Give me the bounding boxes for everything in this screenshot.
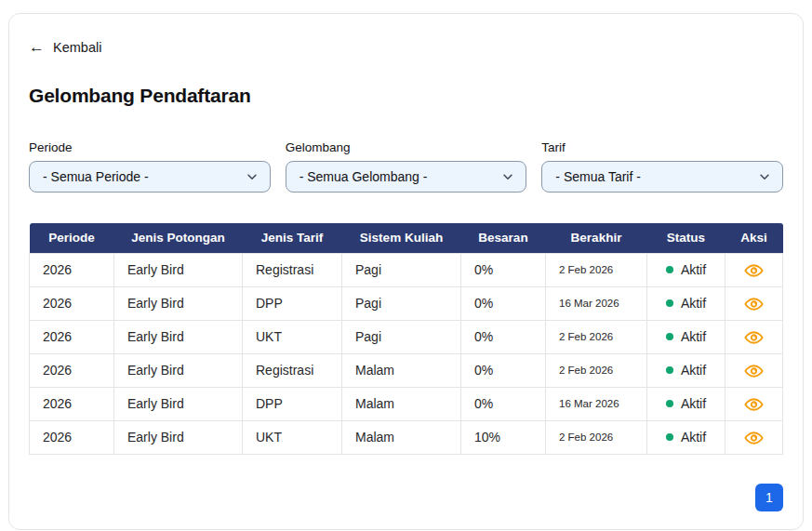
page-1-button[interactable]: 1 — [755, 484, 783, 511]
filter-gelombang: Gelombang - Semua Gelombang - — [286, 140, 527, 192]
cell-jenis-tarif: Registrasi — [243, 253, 342, 286]
periode-select-value: - Semua Periode - — [43, 169, 149, 184]
cell-jenis-tarif: UKT — [243, 320, 342, 353]
cell-sistem-kuliah: Pagi — [342, 320, 461, 353]
cell-besaran: 0% — [461, 353, 546, 387]
view-button[interactable] — [744, 431, 764, 445]
table-row: 2026 Early Bird Registrasi Malam 0% 2 Fe… — [30, 353, 783, 387]
filter-tarif: Tarif - Semua Tarif - — [541, 140, 783, 192]
table-header: Periode Jenis Potongan Jenis Tarif Siste… — [30, 223, 783, 253]
filter-periode-label: Periode — [29, 140, 271, 154]
gelombang-table: Periode Jenis Potongan Jenis Tarif Siste… — [29, 223, 783, 455]
content-card: ← Kembali Gelombang Pendaftaran Periode … — [8, 13, 804, 530]
status-dot-icon — [666, 366, 673, 374]
cell-berakhir: 2 Feb 2026 — [546, 420, 647, 454]
cell-status: Aktif — [647, 320, 725, 353]
header-jenis-tarif: Jenis Tarif — [243, 223, 342, 253]
eye-icon — [744, 431, 764, 445]
cell-aksi — [725, 353, 783, 387]
table-body: 2026 Early Bird Registrasi Pagi 0% 2 Feb… — [30, 253, 783, 454]
chevron-down-icon — [501, 170, 514, 183]
cell-periode: 2026 — [30, 320, 114, 353]
cell-berakhir: 16 Mar 2026 — [546, 286, 647, 320]
cell-aksi — [725, 320, 783, 353]
filter-periode: Periode - Semua Periode - — [29, 140, 271, 192]
cell-status: Aktif — [647, 353, 725, 387]
cell-jenis-potongan: Early Bird — [114, 353, 243, 387]
status-dot-icon — [666, 433, 673, 441]
cell-aksi — [725, 253, 783, 286]
gelombang-table-wrap: Periode Jenis Potongan Jenis Tarif Siste… — [29, 223, 783, 455]
cell-periode: 2026 — [30, 353, 114, 387]
cell-sistem-kuliah: Malam — [342, 353, 461, 387]
cell-jenis-tarif: UKT — [243, 420, 342, 454]
periode-select[interactable]: - Semua Periode - — [29, 161, 271, 192]
view-button[interactable] — [744, 297, 764, 312]
chevron-down-icon — [758, 170, 771, 183]
cell-jenis-potongan: Early Bird — [114, 420, 243, 454]
cell-aksi — [725, 420, 783, 454]
status-label: Aktif — [681, 262, 706, 277]
cell-besaran: 10% — [461, 420, 546, 454]
table-row: 2026 Early Bird UKT Pagi 0% 2 Feb 2026 A… — [30, 320, 783, 353]
cell-besaran: 0% — [461, 253, 546, 286]
status-label: Aktif — [681, 396, 706, 411]
cell-besaran: 0% — [461, 286, 546, 320]
cell-berakhir: 2 Feb 2026 — [546, 253, 647, 286]
filter-tarif-label: Tarif — [541, 140, 783, 154]
eye-icon — [744, 330, 764, 345]
cell-status: Aktif — [647, 286, 725, 320]
view-button[interactable] — [744, 397, 764, 412]
view-button[interactable] — [744, 330, 764, 345]
table-row: 2026 Early Bird UKT Malam 10% 2 Feb 2026… — [30, 420, 783, 454]
status-dot-icon — [666, 266, 673, 273]
cell-berakhir: 2 Feb 2026 — [546, 353, 647, 387]
pagination: 1 — [29, 484, 783, 511]
cell-besaran: 0% — [461, 387, 546, 420]
back-label: Kembali — [53, 40, 101, 55]
cell-sistem-kuliah: Pagi — [342, 286, 461, 320]
status-dot-icon — [666, 400, 673, 407]
chevron-down-icon — [246, 170, 259, 183]
table-row: 2026 Early Bird Registrasi Pagi 0% 2 Feb… — [30, 253, 783, 286]
view-button[interactable] — [744, 364, 764, 378]
gelombang-select-value: - Semua Gelombang - — [300, 169, 428, 184]
cell-jenis-tarif: DPP — [243, 387, 342, 420]
eye-icon — [744, 263, 764, 278]
cell-aksi — [725, 387, 783, 420]
tarif-select-value: - Semua Tarif - — [555, 169, 641, 184]
header-periode: Periode — [30, 223, 114, 253]
back-link[interactable]: ← Kembali — [29, 39, 101, 55]
cell-jenis-potongan: Early Bird — [114, 320, 243, 353]
cell-jenis-tarif: Registrasi — [243, 353, 342, 387]
eye-icon — [744, 364, 764, 378]
cell-jenis-tarif: DPP — [243, 286, 342, 320]
cell-sistem-kuliah: Malam — [342, 420, 461, 454]
cell-status: Aktif — [647, 387, 725, 420]
status-label: Aktif — [681, 363, 706, 378]
status-dot-icon — [666, 333, 673, 340]
cell-berakhir: 16 Mar 2026 — [546, 387, 647, 420]
cell-periode: 2026 — [30, 420, 114, 454]
header-status: Status — [647, 223, 725, 253]
status-dot-icon — [666, 299, 673, 307]
header-jenis-potongan: Jenis Potongan — [114, 223, 243, 253]
gelombang-select[interactable]: - Semua Gelombang - — [286, 161, 527, 192]
eye-icon — [744, 297, 764, 312]
cell-jenis-potongan: Early Bird — [114, 387, 243, 420]
cell-jenis-potongan: Early Bird — [114, 286, 243, 320]
arrow-left-icon: ← — [29, 39, 45, 55]
table-row: 2026 Early Bird DPP Pagi 0% 16 Mar 2026 … — [30, 286, 783, 320]
cell-periode: 2026 — [30, 387, 114, 420]
status-label: Aktif — [681, 430, 706, 445]
cell-sistem-kuliah: Malam — [342, 387, 461, 420]
cell-besaran: 0% — [461, 320, 546, 353]
header-besaran: Besaran — [461, 223, 546, 253]
tarif-select[interactable]: - Semua Tarif - — [541, 161, 783, 192]
header-sistem-kuliah: Sistem Kuliah — [342, 223, 461, 253]
cell-berakhir: 2 Feb 2026 — [546, 320, 647, 353]
view-button[interactable] — [744, 263, 764, 278]
filter-gelombang-label: Gelombang — [286, 140, 527, 154]
header-aksi: Aksi — [725, 223, 783, 253]
cell-periode: 2026 — [30, 253, 114, 286]
